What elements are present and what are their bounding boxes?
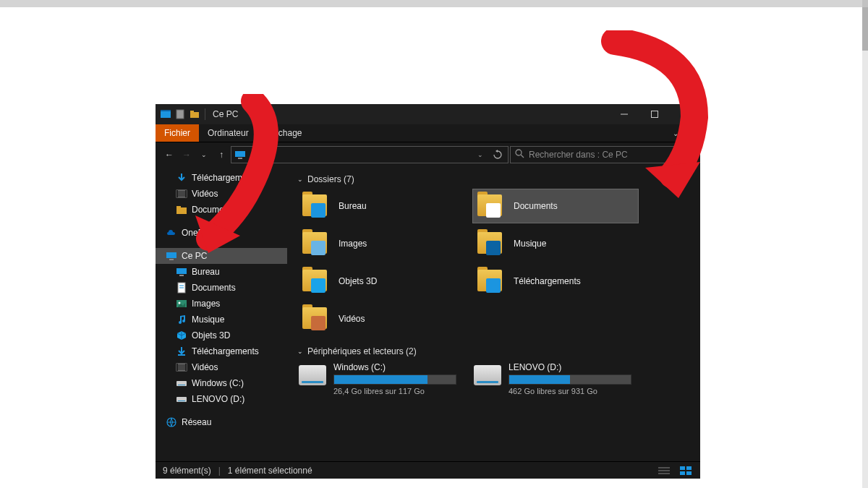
address-thispc-icon <box>234 149 246 160</box>
sidebar-item-videos[interactable]: Vidéos <box>156 186 287 202</box>
svg-rect-0 <box>161 111 171 118</box>
content-pane[interactable]: ⌄ Dossiers (7) BureauDocumentsImagesMusi… <box>287 167 700 461</box>
folder-icon <box>176 204 187 215</box>
sidebar-item-vid-os[interactable]: Vidéos <box>156 359 287 375</box>
navigation-pane[interactable]: Téléchargements Vidéos Documents OneDriv… <box>156 167 287 461</box>
folder-label: Bureau <box>339 201 367 211</box>
help-icon[interactable]: ? <box>684 127 696 139</box>
statusbar: 9 élément(s) | 1 élément sélectionné <box>156 461 700 479</box>
svg-rect-30 <box>185 364 187 371</box>
svg-rect-19 <box>169 259 174 260</box>
svg-rect-40 <box>686 466 692 470</box>
cloud-icon <box>166 227 177 239</box>
svg-rect-17 <box>176 206 181 208</box>
nav-back-button[interactable]: ← <box>161 146 177 163</box>
group-header-folders[interactable]: ⌄ Dossiers (7) <box>297 174 690 184</box>
folder-objets-3d[interactable]: Objets 3D <box>297 264 464 299</box>
svg-rect-1 <box>161 110 171 111</box>
sidebar-item-label: Téléchargements <box>192 346 259 356</box>
drive-windows-c-[interactable]: Windows (C:)26,4 Go libres sur 117 Go <box>297 361 464 397</box>
nav-forward-button[interactable]: → <box>179 146 195 163</box>
folder-icon <box>301 192 330 221</box>
nav-recent-chevron-icon[interactable]: ⌄ <box>196 146 212 163</box>
svg-point-26 <box>179 302 181 304</box>
nav-toolbar: ← → ⌄ ↑ ⌄ Rechercher dans : Ce PC <box>156 142 700 167</box>
close-button[interactable] <box>670 104 700 124</box>
drive-lenovo-d-[interactable]: LENOVO (D:)462 Go libres sur 931 Go <box>472 361 639 397</box>
sidebar-item-objets-3d[interactable]: Objets 3D <box>156 328 287 343</box>
svg-rect-32 <box>178 385 185 385</box>
folder-icon <box>301 304 330 333</box>
sidebar-item-label: Ce PC <box>182 251 207 261</box>
maximize-button[interactable] <box>639 104 670 124</box>
thispc-icon <box>166 250 177 262</box>
address-dropdown-chevron-icon[interactable]: ⌄ <box>473 147 488 162</box>
qat-newfolder-icon[interactable] <box>189 108 200 120</box>
sidebar-item-bureau[interactable]: Bureau <box>156 264 287 280</box>
minimize-button[interactable] <box>609 104 639 124</box>
sidebar-item-images[interactable]: Images <box>156 296 287 312</box>
svg-rect-3 <box>190 112 199 118</box>
folder-icon <box>301 267 330 296</box>
sidebar-item-downloads[interactable]: Téléchargements <box>156 170 287 186</box>
folder-label: Objets 3D <box>339 276 377 286</box>
sidebar-item-windows-c-[interactable]: Windows (C:) <box>156 375 287 391</box>
document-icon <box>176 282 187 294</box>
sidebar-item-label: Objets 3D <box>192 330 230 341</box>
folder-label: Vidéos <box>339 314 365 324</box>
folder-icon <box>476 267 505 296</box>
sidebar-item-onedrive[interactable]: OneDrive <box>156 225 287 241</box>
editor-ruler-top <box>0 0 862 7</box>
tab-computer[interactable]: Ordinateur <box>199 124 258 142</box>
video-icon <box>176 361 187 373</box>
view-tiles-button[interactable] <box>678 465 693 476</box>
svg-rect-28 <box>176 364 187 371</box>
svg-rect-15 <box>185 190 187 197</box>
3d-icon <box>176 330 187 341</box>
drive-icon <box>299 365 326 385</box>
folder-musique[interactable]: Musique <box>472 226 639 261</box>
video-icon <box>176 188 187 200</box>
outer-scrollbar[interactable] <box>862 7 868 488</box>
sidebar-item-label: Bureau <box>192 267 220 277</box>
sidebar-item-t-l-chargements[interactable]: Téléchargements <box>156 343 287 359</box>
svg-rect-42 <box>686 471 692 475</box>
folder-label: Téléchargements <box>514 276 581 286</box>
folder-images[interactable]: Images <box>297 226 464 261</box>
drive-name: LENOVO (D:) <box>509 362 637 372</box>
network-icon <box>166 416 177 428</box>
drive-icon <box>474 365 501 385</box>
ribbon-expand-chevron-icon[interactable]: ⌄ <box>673 129 678 137</box>
search-box[interactable]: Rechercher dans : Ce PC <box>510 146 694 163</box>
tab-view[interactable]: Affichage <box>258 124 311 142</box>
drive-name: Windows (C:) <box>333 362 462 372</box>
folder-bureau[interactable]: Bureau <box>297 189 464 223</box>
sidebar-item-network[interactable]: Réseau <box>156 414 287 430</box>
sidebar-item-label: Vidéos <box>192 189 218 199</box>
folder-t-l-chargements[interactable]: Téléchargements <box>472 264 639 299</box>
titlebar: Ce PC <box>156 104 700 124</box>
folder-icon <box>301 229 330 258</box>
svg-rect-21 <box>179 275 184 276</box>
window-title: Ce PC <box>213 109 238 119</box>
tab-file[interactable]: Fichier <box>156 124 199 142</box>
sidebar-item-lenovo-d-[interactable]: LENOVO (D:) <box>156 391 287 407</box>
refresh-button[interactable] <box>490 147 505 162</box>
file-explorer-window: Ce PC Fichier Ordinateur Affichage ⌄ ? ←… <box>156 104 700 479</box>
address-bar[interactable]: ⌄ <box>231 146 509 163</box>
sidebar-item-documents-quick[interactable]: Documents <box>156 202 287 218</box>
qat-properties-icon[interactable] <box>174 108 186 120</box>
folder-icon <box>476 229 505 258</box>
sidebar-item-label: Documents <box>192 283 236 293</box>
sidebar-item-thispc[interactable]: Ce PC <box>156 248 287 264</box>
sidebar-item-musique[interactable]: Musique <box>156 312 287 328</box>
group-header-drives[interactable]: ⌄ Périphériques et lecteurs (2) <box>297 346 690 356</box>
sidebar-item-documents[interactable]: Documents <box>156 280 287 296</box>
folder-documents[interactable]: Documents <box>472 189 639 223</box>
chevron-down-icon: ⌄ <box>297 348 303 355</box>
music-icon <box>176 314 187 325</box>
sidebar-item-label: Vidéos <box>192 362 218 372</box>
nav-up-button[interactable]: ↑ <box>213 146 229 163</box>
view-details-button[interactable] <box>657 465 671 476</box>
folder-vid-os[interactable]: Vidéos <box>297 301 464 336</box>
